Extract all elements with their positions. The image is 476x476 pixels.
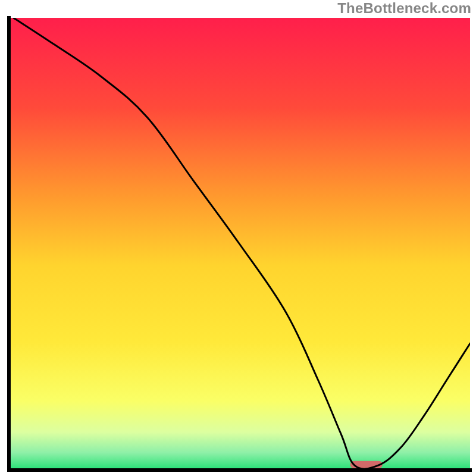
chart-stage: TheBottleneck.com bbox=[0, 0, 476, 476]
bottleneck-chart bbox=[0, 0, 476, 476]
gradient-background bbox=[11, 18, 470, 468]
watermark-text: TheBottleneck.com bbox=[337, 0, 471, 17]
